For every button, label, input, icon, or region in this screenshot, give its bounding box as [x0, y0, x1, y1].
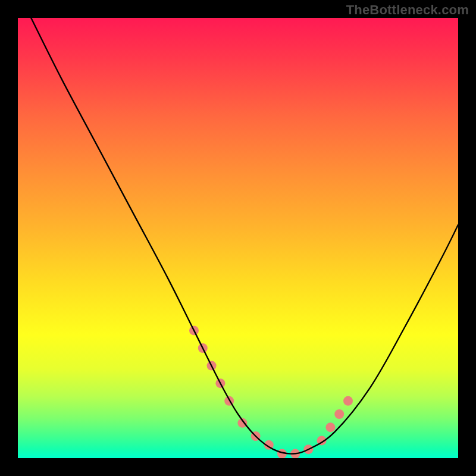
chart-frame: TheBottleneck.com — [0, 0, 476, 476]
watermark-text: TheBottleneck.com — [346, 2, 469, 18]
plot-area — [18, 18, 458, 458]
highlight-dot — [334, 409, 344, 419]
bottleneck-curve — [31, 18, 458, 454]
highlight-dot — [325, 422, 335, 432]
highlight-dot — [343, 396, 353, 406]
chart-svg — [18, 18, 458, 458]
